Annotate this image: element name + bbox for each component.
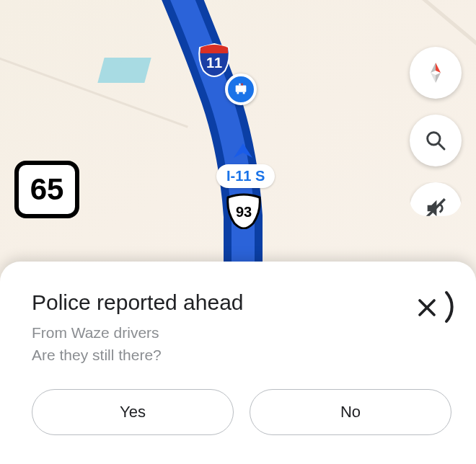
close-icon bbox=[416, 297, 438, 318]
report-question: Are they still there? bbox=[32, 344, 451, 366]
yes-button[interactable]: Yes bbox=[32, 389, 234, 435]
svg-rect-2 bbox=[243, 92, 245, 94]
svg-rect-0 bbox=[236, 86, 247, 92]
svg-rect-4 bbox=[241, 84, 242, 86]
search-button[interactable] bbox=[410, 115, 462, 166]
mute-button[interactable] bbox=[410, 182, 462, 234]
compass-icon bbox=[423, 61, 448, 85]
response-buttons: Yes No bbox=[32, 389, 451, 435]
report-source: From Waze drivers bbox=[32, 322, 451, 344]
no-button[interactable]: No bbox=[250, 389, 451, 435]
report-title: Police reported ahead bbox=[32, 290, 451, 315]
search-icon bbox=[424, 129, 447, 152]
us-route-shield: 93 bbox=[226, 193, 262, 229]
interstate-number: 11 bbox=[206, 55, 222, 71]
road-label: I-11 S bbox=[216, 164, 275, 188]
fab-column bbox=[410, 47, 462, 234]
mute-icon bbox=[423, 196, 448, 220]
interstate-shield: 11 bbox=[196, 42, 232, 78]
svg-rect-3 bbox=[239, 84, 240, 86]
close-area bbox=[407, 283, 454, 331]
compass-button[interactable] bbox=[410, 47, 462, 99]
speed-limit-sign: 65 bbox=[14, 161, 79, 218]
us-route-number: 93 bbox=[236, 204, 252, 220]
svg-line-6 bbox=[438, 143, 444, 149]
heading-chevron-icon bbox=[232, 142, 254, 161]
svg-rect-1 bbox=[237, 92, 239, 94]
report-sheet: Police reported ahead From Waze drivers … bbox=[0, 262, 476, 464]
map-viewport: 11 I-11 S 93 bbox=[0, 0, 476, 464]
police-pin-icon[interactable] bbox=[225, 73, 257, 105]
close-button[interactable] bbox=[413, 293, 441, 322]
